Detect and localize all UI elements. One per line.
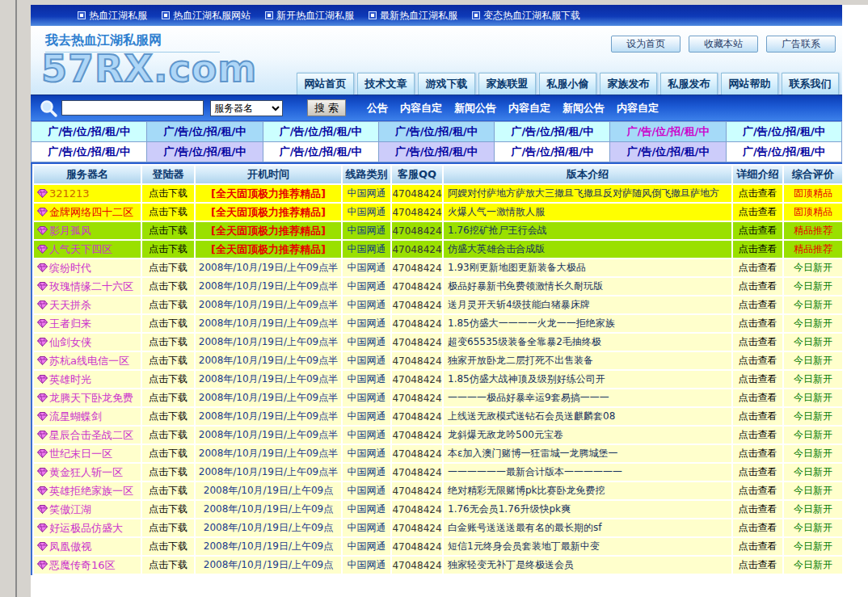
download-link[interactable]: 点击下载 [142, 334, 194, 351]
detail-view-link[interactable]: 点击查看 [733, 408, 782, 425]
server-name-cell[interactable]: 龙腾天下卧龙免费 [34, 389, 141, 406]
detail-view-link[interactable]: 点击查看 [733, 371, 782, 388]
announcement-link[interactable]: 公告 [367, 101, 388, 116]
server-name-cell[interactable]: 世纪末日一区 [34, 445, 141, 462]
nav-tab[interactable]: 私服发布 [660, 73, 718, 95]
server-name-cell[interactable]: 好运极品仿盛大 [34, 519, 141, 536]
download-link[interactable]: 点击下载 [142, 557, 194, 574]
download-link[interactable]: 点击下载 [142, 519, 194, 536]
announcement-link[interactable]: 新闻公告 [454, 101, 496, 116]
ad-slot[interactable]: 广/告/位/招/租/中 [263, 142, 379, 162]
ad-slot[interactable]: 广/告/位/招/租/中 [610, 122, 726, 142]
detail-view-link[interactable]: 点击查看 [733, 334, 782, 351]
nav-tab[interactable]: 家族发布 [600, 73, 657, 95]
ad-slot[interactable]: 广/告/位/招/租/中 [727, 122, 842, 142]
topbar-link[interactable]: 变态热血江湖私服下载 [472, 9, 580, 23]
ad-slot[interactable]: 广/告/位/招/租/中 [495, 122, 610, 142]
topbar-link[interactable]: 热血江湖私服 [78, 9, 147, 23]
announcement-link[interactable]: 新闻公告 [563, 101, 605, 116]
header-button[interactable]: 设为首页 [611, 36, 680, 53]
server-name-cell[interactable]: 金牌网络四十二区 [34, 204, 141, 221]
ad-slot[interactable]: 广/告/位/招/租/中 [495, 142, 610, 162]
topbar-link[interactable]: 最新热血江湖私服 [369, 9, 457, 23]
server-name-cell[interactable]: 人气天下四区 [34, 241, 141, 258]
nav-tab[interactable]: 游戏下载 [418, 73, 475, 95]
download-link[interactable]: 点击下载 [142, 464, 194, 481]
server-name-cell[interactable]: 恶魔传奇16区 [34, 557, 141, 574]
download-link[interactable]: 点击下载 [142, 315, 194, 332]
download-link[interactable]: 点击下载 [142, 482, 194, 499]
server-name-cell[interactable]: 影月孤风 [34, 222, 141, 239]
ad-slot[interactable]: 广/告/位/招/租/中 [32, 142, 147, 162]
server-name-cell[interactable]: 仙剑女侠 [34, 334, 141, 351]
download-link[interactable]: 点击下载 [142, 371, 194, 388]
detail-view-link[interactable]: 点击查看 [733, 259, 782, 276]
header-button[interactable]: 广告联系 [766, 36, 836, 53]
detail-view-link[interactable]: 点击查看 [733, 464, 782, 481]
search-category-select[interactable]: 服务器名 [210, 100, 283, 116]
detail-view-link[interactable]: 点击查看 [733, 204, 782, 221]
detail-view-link[interactable]: 点击查看 [733, 278, 782, 295]
download-link[interactable]: 点击下载 [142, 185, 194, 202]
download-link[interactable]: 点击下载 [142, 445, 194, 462]
server-name-cell[interactable]: 英雄时光 [34, 371, 141, 388]
detail-view-link[interactable]: 点击查看 [733, 352, 782, 369]
download-link[interactable]: 点击下载 [142, 204, 194, 221]
download-link[interactable]: 点击下载 [142, 427, 194, 444]
server-name-cell[interactable]: 321213 [34, 185, 141, 202]
nav-tab[interactable]: 网站首页 [297, 73, 354, 95]
server-name-cell[interactable]: 王者归来 [34, 315, 141, 332]
ad-slot[interactable]: 广/告/位/招/租/中 [610, 142, 726, 162]
server-name-cell[interactable]: 笑傲江湖 [34, 501, 141, 518]
nav-tab[interactable]: 联系我们 [782, 73, 839, 95]
server-name-cell[interactable]: 凤凰傲视 [34, 538, 141, 555]
header-button[interactable]: 收藏本站 [689, 36, 758, 53]
detail-view-link[interactable]: 点击查看 [733, 427, 782, 444]
download-link[interactable]: 点击下载 [142, 241, 194, 258]
download-link[interactable]: 点击下载 [142, 352, 194, 369]
server-name-cell[interactable]: 黄金狂人斩一区 [34, 464, 141, 481]
download-link[interactable]: 点击下载 [142, 222, 194, 239]
download-link[interactable]: 点击下载 [142, 408, 194, 425]
nav-tab[interactable]: 私服小偷 [539, 73, 596, 95]
server-name-cell[interactable]: 苏杭a线电信一区 [34, 352, 141, 369]
detail-view-link[interactable]: 点击查看 [733, 315, 782, 332]
download-link[interactable]: 点击下载 [142, 389, 194, 406]
detail-view-link[interactable]: 点击查看 [733, 519, 782, 536]
server-name-cell[interactable]: 玫瑰情缘二十六区 [34, 278, 141, 295]
detail-view-link[interactable]: 点击查看 [733, 501, 782, 518]
detail-view-link[interactable]: 点击查看 [733, 222, 782, 239]
detail-view-link[interactable]: 点击查看 [733, 482, 782, 499]
nav-tab[interactable]: 家族联盟 [478, 73, 536, 95]
ad-slot[interactable]: 广/告/位/招/租/中 [147, 142, 263, 162]
ad-slot[interactable]: 广/告/位/招/租/中 [379, 122, 495, 142]
topbar-link[interactable]: 新开热血江湖私服 [265, 9, 354, 23]
download-link[interactable]: 点击下载 [142, 259, 194, 276]
detail-view-link[interactable]: 点击查看 [733, 557, 782, 574]
announcement-link[interactable]: 内容自定 [400, 101, 442, 116]
server-name-cell[interactable]: 英雄拒绝家族一区 [34, 482, 141, 499]
nav-tab[interactable]: 网站帮助 [721, 73, 778, 95]
detail-view-link[interactable]: 点击查看 [733, 296, 782, 313]
search-button[interactable]: 搜 索 [307, 99, 346, 116]
ad-slot[interactable]: 广/告/位/招/租/中 [147, 122, 263, 142]
ad-slot[interactable]: 广/告/位/招/租/中 [32, 122, 147, 142]
ad-slot[interactable]: 广/告/位/招/租/中 [727, 142, 842, 162]
detail-view-link[interactable]: 点击查看 [733, 389, 782, 406]
search-input[interactable] [61, 100, 204, 116]
server-name-cell[interactable]: 缤纷时代 [34, 259, 141, 276]
server-name-cell[interactable]: 星辰合击圣战二区 [34, 427, 141, 444]
server-name-cell[interactable]: 流星蝴蝶剑 [34, 408, 141, 425]
detail-view-link[interactable]: 点击查看 [733, 185, 782, 202]
announcement-link[interactable]: 内容自定 [508, 101, 550, 116]
download-link[interactable]: 点击下载 [142, 538, 194, 555]
download-link[interactable]: 点击下载 [142, 278, 194, 295]
ad-slot[interactable]: 广/告/位/招/租/中 [379, 142, 495, 162]
detail-view-link[interactable]: 点击查看 [733, 445, 782, 462]
nav-tab[interactable]: 技术文章 [357, 73, 415, 95]
ad-slot[interactable]: 广/告/位/招/租/中 [263, 122, 379, 142]
detail-view-link[interactable]: 点击查看 [733, 241, 782, 258]
detail-view-link[interactable]: 点击查看 [733, 538, 782, 555]
download-link[interactable]: 点击下载 [142, 501, 194, 518]
topbar-link[interactable]: 热血江湖私服网站 [162, 9, 251, 23]
